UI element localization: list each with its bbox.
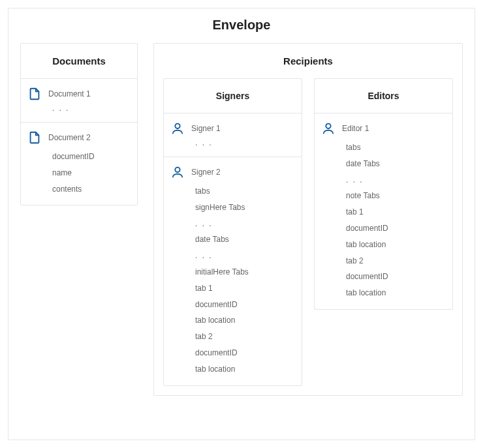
documents-title: Documents [21,44,137,78]
signer-item: Signer 1 . . . [164,113,302,157]
ellipsis: . . . [346,172,446,188]
document-icon [27,130,42,145]
tab-group: date Tabs [195,231,295,248]
document-prop: documentID [52,149,131,165]
tab-prop: documentID [346,220,446,237]
person-icon [170,165,185,179]
signers-panel: Signers Signer 1 . . . [163,78,302,386]
signers-title: Signers [164,79,302,113]
person-icon [321,121,335,136]
documents-panel: Documents Document 1 . . . [20,43,138,205]
signer-label: Signer 1 [191,124,221,133]
editors-panel: Editors Editor 1 tabs date Tabs [314,78,453,310]
ellipsis: . . . [195,248,295,264]
tab-group: initialHere Tabs [195,264,295,280]
envelope-title: Envelope [20,18,463,33]
svg-point-1 [175,168,179,172]
tab-prop: tab location [346,285,446,301]
tabs-label: tabs [195,183,295,200]
document-icon [27,87,42,101]
svg-point-2 [326,124,330,128]
tab-item: tab 1 [195,280,295,297]
document-item: Document 1 . . . [21,78,137,122]
tabs-label: tabs [346,140,446,156]
recipients-title: Recipients [163,44,453,78]
document-item: Document 2 documentID name contents [21,122,137,205]
tab-prop: tab location [346,237,446,253]
tab-item: tab 2 [346,253,446,269]
tab-prop: tab location [195,361,295,378]
svg-point-0 [175,124,179,128]
tab-group: signHere Tabs [195,200,295,216]
ellipsis: . . . [195,216,295,232]
document-label: Document 2 [48,133,91,142]
tab-group: date Tabs [346,156,446,172]
document-label: Document 1 [48,89,91,98]
tab-prop: tab location [195,312,295,329]
document-prop: contents [52,181,131,198]
envelope-panel: Envelope Documents Document 1 . . . [8,8,475,440]
editors-title: Editors [315,79,452,113]
tab-prop: documentID [346,269,446,285]
recipients-panel: Recipients Signers Signer 1 [153,43,463,396]
tab-group: note Tabs [346,188,446,204]
tab-prop: documentID [195,297,295,313]
signer-item: Signer 2 tabs signHere Tabs . . . date T… [164,157,302,385]
tab-prop: documentID [195,345,295,361]
editor-item: Editor 1 tabs date Tabs . . . note Tabs … [315,113,452,309]
signer-label: Signer 2 [191,168,221,177]
person-icon [170,121,185,136]
tab-item: tab 1 [346,204,446,220]
tab-item: tab 2 [195,329,295,345]
editor-label: Editor 1 [342,124,369,133]
document-prop: name [52,165,131,181]
ellipsis: . . . [27,101,131,114]
ellipsis: . . . [170,136,295,149]
